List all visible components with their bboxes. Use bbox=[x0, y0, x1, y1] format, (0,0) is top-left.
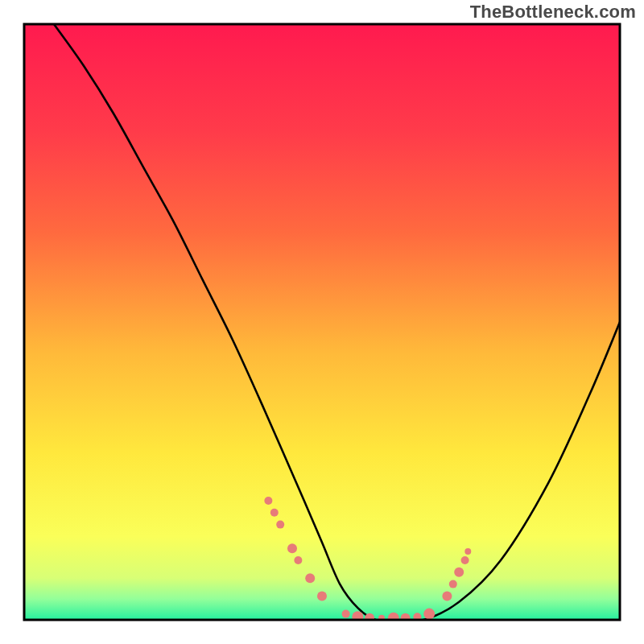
marker-point bbox=[442, 591, 452, 601]
marker-point bbox=[388, 613, 399, 624]
marker-point bbox=[461, 556, 469, 564]
watermark-text: TheBottleneck.com bbox=[470, 2, 636, 23]
chart-stage: TheBottleneck.com bbox=[0, 0, 644, 644]
marker-point bbox=[287, 543, 297, 553]
marker-point bbox=[449, 580, 457, 588]
marker-point bbox=[342, 610, 350, 618]
marker-point bbox=[454, 568, 464, 577]
marker-point bbox=[401, 613, 411, 623]
marker-point bbox=[276, 521, 284, 529]
marker-point bbox=[423, 609, 435, 620]
marker-point bbox=[305, 573, 315, 583]
marker-point bbox=[264, 497, 272, 505]
marker-point bbox=[365, 613, 374, 623]
marker-point bbox=[464, 548, 471, 555]
chart-svg bbox=[0, 0, 644, 644]
marker-point bbox=[294, 556, 302, 564]
marker-point bbox=[270, 509, 279, 517]
marker-point bbox=[317, 591, 327, 601]
